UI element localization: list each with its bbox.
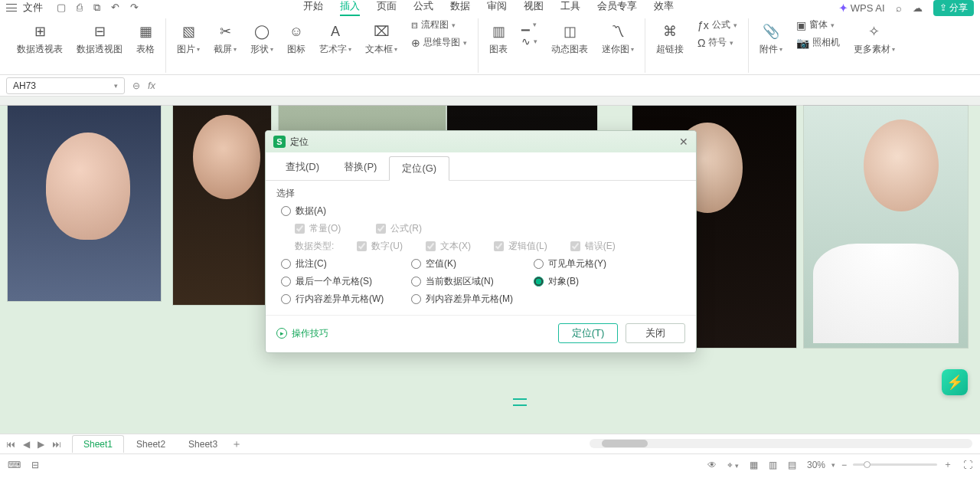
- cloud-icon[interactable]: ☁: [913, 2, 923, 14]
- image-object[interactable]: [804, 106, 968, 348]
- goto-dialog: S 定位 ✕ 查找(D) 替换(P) 定位(G) 选择 数据(A) 常量(O) …: [265, 130, 697, 353]
- app-menu-icon[interactable]: [6, 4, 17, 11]
- tab-member[interactable]: 会员专享: [597, 0, 637, 16]
- tab-goto[interactable]: 定位(G): [389, 156, 449, 181]
- sheet-tab[interactable]: Sheet1: [72, 435, 124, 453]
- icon-button[interactable]: ☺图标: [287, 18, 305, 56]
- eye-icon[interactable]: 👁: [707, 460, 717, 470]
- tab-review[interactable]: 审阅: [487, 0, 507, 16]
- sheet-nav-prev-icon[interactable]: ◀: [23, 439, 30, 450]
- add-sheet-button[interactable]: ＋: [230, 437, 243, 451]
- zoom-slider[interactable]: [853, 463, 937, 466]
- redo-icon[interactable]: ↷: [130, 2, 139, 14]
- target-icon[interactable]: ⌖ ▾: [727, 460, 739, 470]
- preview-icon[interactable]: ⧉: [93, 2, 100, 14]
- tab-view[interactable]: 视图: [524, 0, 544, 16]
- tab-formula[interactable]: 公式: [413, 0, 433, 16]
- table-button[interactable]: ▦表格: [136, 18, 155, 56]
- tab-start[interactable]: 开始: [303, 0, 323, 16]
- opt-data[interactable]: 数据(A): [281, 205, 411, 218]
- formula-button[interactable]: ƒx公式▾: [697, 18, 737, 31]
- opt-object[interactable]: 对象(B): [534, 275, 664, 288]
- view-layout-icon[interactable]: ▤: [788, 460, 796, 470]
- tab-data[interactable]: 数据: [450, 0, 470, 16]
- opt-rowdiff[interactable]: 行内容差异单元格(W): [281, 293, 411, 306]
- goto-button[interactable]: 定位(T): [558, 323, 618, 343]
- image-object[interactable]: [173, 106, 271, 305]
- wordart-button[interactable]: A艺术字▾: [319, 18, 351, 56]
- zoom-out-icon[interactable]: −: [841, 460, 847, 470]
- sparkline-button[interactable]: 〽迷你图▾: [602, 18, 634, 56]
- opt-constant: 常量(O): [295, 222, 341, 235]
- tab-find[interactable]: 查找(D): [273, 156, 332, 180]
- picture-button[interactable]: ▧图片▾: [177, 18, 200, 56]
- page-break-marker: [513, 398, 527, 406]
- print-icon[interactable]: ⎙: [77, 2, 83, 14]
- fullscreen-icon[interactable]: ⛶: [963, 460, 972, 470]
- more-assets-button[interactable]: ✧更多素材▾: [854, 18, 895, 56]
- close-button[interactable]: 关闭: [626, 323, 685, 343]
- undo-icon[interactable]: ↶: [111, 2, 119, 14]
- ai-float-button[interactable]: ⚡: [942, 369, 968, 395]
- file-menu[interactable]: 文件: [23, 1, 43, 15]
- symbol-button[interactable]: Ω符号▾: [697, 36, 737, 49]
- share-button[interactable]: ⇪ 分享: [933, 0, 974, 16]
- tab-replace[interactable]: 替换(P): [332, 156, 389, 180]
- opt-blank[interactable]: 空值(K): [411, 257, 534, 270]
- main-tabs: 开始 插入 页面 公式 数据 审阅 视图 工具 会员专享 效率: [303, 0, 674, 16]
- opt-number: 数字(U): [357, 240, 403, 253]
- tab-insert[interactable]: 插入: [340, 0, 360, 16]
- view-pagebreak-icon[interactable]: ▥: [769, 460, 777, 470]
- sheet-nav-last-icon[interactable]: ⏭: [52, 439, 61, 450]
- mini-chart-icon2[interactable]: ∿▾: [521, 35, 537, 47]
- opt-visible[interactable]: 可见单元格(Y): [534, 257, 664, 270]
- tab-efficiency[interactable]: 效率: [654, 0, 674, 16]
- textbox-button[interactable]: ⌧文本框▾: [365, 18, 397, 56]
- wps-ai-button[interactable]: ✦WPS AI: [839, 2, 885, 14]
- image-object[interactable]: [8, 106, 161, 301]
- tips-link[interactable]: ▸操作技巧: [276, 327, 328, 340]
- shape-button[interactable]: ◯形状▾: [250, 18, 273, 56]
- screenshot-button[interactable]: ✂截屏▾: [214, 18, 237, 56]
- sheet-nav-next-icon[interactable]: ▶: [38, 439, 44, 450]
- opt-region[interactable]: 当前数据区域(N): [411, 275, 534, 288]
- dynamic-chart-button[interactable]: ◫动态图表: [551, 18, 588, 56]
- zoom-in-icon[interactable]: ＋: [943, 458, 952, 471]
- opt-comment[interactable]: 批注(C): [281, 257, 411, 270]
- sheet-tab[interactable]: Sheet2: [126, 436, 176, 453]
- chart-button[interactable]: ▥图表: [489, 18, 508, 56]
- chevron-down-icon: ▾: [114, 82, 118, 90]
- opt-text: 文本(X): [426, 240, 471, 253]
- sheet-tab[interactable]: Sheet3: [178, 436, 228, 453]
- name-box[interactable]: AH73 ▾: [6, 77, 125, 94]
- tab-tools[interactable]: 工具: [560, 0, 580, 16]
- column-headers[interactable]: [0, 97, 980, 106]
- sheet-nav-first-icon[interactable]: ⏮: [6, 439, 15, 450]
- keyboard-icon[interactable]: ⌨: [8, 460, 21, 470]
- fx-icon[interactable]: fx: [148, 80, 155, 91]
- mindmap-button[interactable]: ⊕思维导图▾: [411, 36, 467, 49]
- mini-chart-icon[interactable]: ▁▾: [521, 18, 537, 31]
- flowchart-button[interactable]: ⧈流程图▾: [411, 18, 467, 31]
- opt-lastcell[interactable]: 最后一个单元格(S): [281, 275, 411, 288]
- view-normal-icon[interactable]: ▦: [750, 460, 758, 470]
- opt-formula: 公式(R): [376, 222, 422, 235]
- attachment-button[interactable]: 📎附件▾: [760, 18, 782, 56]
- camera-button[interactable]: 📷照相机: [796, 36, 840, 49]
- horizontal-scrollbar[interactable]: [590, 439, 972, 448]
- pivot-table-button[interactable]: ⊞数据透视表: [17, 18, 63, 56]
- split-icon[interactable]: ⊟: [31, 460, 39, 470]
- hyperlink-button[interactable]: ⌘超链接: [656, 18, 684, 56]
- cancel-input-icon[interactable]: ⊖: [132, 80, 140, 91]
- pivot-chart-button[interactable]: ⊟数据透视图: [77, 18, 122, 56]
- tab-page[interactable]: 页面: [377, 0, 397, 16]
- save-icon[interactable]: ▢: [57, 2, 66, 14]
- opt-coldiff[interactable]: 列内容差异单元格(M): [411, 293, 534, 306]
- name-box-value: AH73: [13, 80, 36, 91]
- section-label: 选择: [276, 187, 685, 200]
- search-icon[interactable]: ⌕: [896, 2, 902, 14]
- dialog-title: 定位: [290, 136, 309, 149]
- window-button[interactable]: ▣窗体▾: [796, 18, 840, 31]
- zoom-value[interactable]: 30%: [807, 460, 825, 470]
- close-icon[interactable]: ✕: [679, 136, 688, 148]
